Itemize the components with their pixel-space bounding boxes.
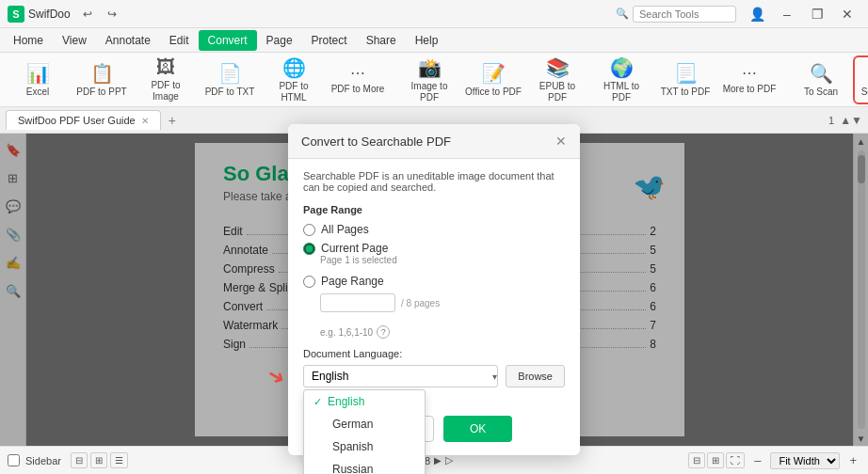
txt-icon: 📄 [218, 62, 242, 85]
lang-option-english[interactable]: ✓ English [304, 390, 425, 413]
help-icon[interactable]: ? [377, 325, 390, 339]
lang-option-german[interactable]: German [304, 413, 425, 435]
radio-current-page[interactable] [303, 243, 315, 255]
eg-hint: e.g. 1,6,1-10 ? [320, 325, 565, 339]
search-tools-icon: 🔍 [616, 8, 629, 20]
zoom-plus-btn[interactable]: + [845, 451, 860, 469]
zoom-select[interactable]: Fit Width Fit Page 50% 75% 100% 125% 150… [770, 452, 840, 469]
tool-office-to-pdf[interactable]: 📝 Office to PDF [461, 55, 525, 104]
img2pdf-icon: 📸 [418, 56, 442, 79]
lang-select-row: English German Spanish Russian French Ch… [303, 365, 565, 387]
tool-to-scan[interactable]: 🔍 To Scan [789, 55, 853, 104]
epub-icon: 📚 [546, 56, 570, 79]
view-double-btn[interactable]: ⊞ [90, 452, 107, 468]
current-page-label: Current Page [321, 242, 388, 255]
html-icon: 🌐 [282, 56, 306, 79]
close-btn[interactable]: ✕ [834, 4, 860, 24]
radio-all-pages[interactable] [303, 224, 315, 236]
menu-home[interactable]: Home [4, 30, 53, 51]
total-pages-hint: / 8 pages [401, 298, 440, 308]
radio-page-range[interactable] [303, 276, 315, 288]
scroll-down-btn[interactable]: ▼ [851, 114, 862, 127]
menu-share[interactable]: Share [357, 30, 406, 51]
tool-excel[interactable]: 📊 Excel [6, 55, 70, 104]
tab-close-btn[interactable]: ✕ [141, 116, 149, 126]
zoom-minus-btn[interactable]: – [750, 451, 764, 469]
main-area: 🔖 ⊞ 💬 📎 ✍ 🔍 So Glad to Have You Here! Pl… [0, 134, 868, 446]
menu-annotate[interactable]: Annotate [96, 30, 160, 51]
sidebar-checkbox[interactable] [8, 454, 20, 466]
status-right: ⊟ ⊞ ⛶ – Fit Width Fit Page 50% 75% 100% … [688, 451, 860, 469]
view-list-btn[interactable]: ⊞ [707, 452, 724, 468]
toolbar-undo[interactable]: ↩ [78, 6, 97, 23]
page-range-label-option: Page Range [321, 275, 384, 288]
view-scroll-btn[interactable]: ☰ [110, 452, 128, 468]
status-left: Sidebar ⊟ ⊞ ☰ [8, 452, 128, 468]
option-all-pages[interactable]: All Pages [303, 223, 565, 236]
sidebar-label: Sidebar [25, 455, 61, 466]
tool-image-to-pdf[interactable]: 📸 Image to PDF [397, 55, 461, 104]
page-range-label: Page Range [303, 204, 565, 215]
more-icon: ⋯ [350, 64, 365, 82]
tab-add-btn[interactable]: + [161, 109, 184, 132]
tool-to-searchable-pdf[interactable]: 🔎 To Searchable PDF [853, 55, 868, 104]
ok-button[interactable]: OK [443, 416, 512, 442]
menu-convert[interactable]: Convert [199, 30, 257, 51]
scroll-up-btn[interactable]: ▲ [840, 114, 851, 127]
tool-pdf-to-ppt[interactable]: 📋 PDF to PPT [70, 55, 134, 104]
menu-page[interactable]: Page [257, 30, 302, 51]
page-range-options: All Pages Current Page Page 1 is selecte… [303, 223, 565, 320]
account-icon[interactable]: 👤 [744, 4, 770, 24]
tool-pdf-to-more[interactable]: ⋯ PDF to More [326, 55, 390, 104]
minimize-btn[interactable]: – [774, 4, 800, 24]
all-pages-label: All Pages [321, 223, 369, 236]
menu-view[interactable]: View [53, 30, 96, 51]
tool-txt-to-pdf[interactable]: 📃 TXT to PDF [653, 55, 717, 104]
tool-pdf-to-html[interactable]: 🌐 PDF to HTML [262, 55, 326, 104]
convert-modal: Convert to Searchable PDF ✕ Searchable P… [288, 124, 580, 455]
view-single-btn[interactable]: ⊟ [71, 452, 88, 468]
tool-more-to-pdf[interactable]: ⋯ More to PDF [717, 55, 781, 104]
tool-html-to-pdf[interactable]: 🌍 HTML to PDF [589, 55, 653, 104]
excel-icon: 📊 [26, 62, 50, 85]
option-current-page[interactable]: Current Page [303, 242, 565, 255]
toolbar: 📊 Excel 📋 PDF to PPT 🖼 PDF to Image 📄 PD… [0, 53, 868, 107]
modal-overlay: Convert to Searchable PDF ✕ Searchable P… [0, 134, 868, 446]
toolbar-redo[interactable]: ↪ [103, 6, 121, 23]
page-next-btn[interactable]: ▷ [445, 454, 453, 466]
tool-pdf-to-txt[interactable]: 📄 PDF to TXT [198, 55, 262, 104]
tab-pdf-guide[interactable]: SwifDoo PDF User Guide ✕ [6, 110, 161, 130]
language-select[interactable]: English German Spanish Russian French Ch… [303, 365, 498, 387]
menu-edit[interactable]: Edit [160, 30, 199, 51]
ppt-icon: 📋 [90, 62, 114, 85]
view-full-btn[interactable]: ⛶ [726, 452, 745, 468]
tool-epub-to-pdf[interactable]: 📚 EPUB to PDF [525, 55, 589, 104]
doc-lang-label: Document Language: [303, 348, 565, 359]
tab-page-num: 1 [828, 115, 834, 126]
view-grid-btn[interactable]: ⊟ [688, 452, 705, 468]
check-icon: ✓ [313, 396, 322, 408]
search-tools-input[interactable] [633, 6, 736, 23]
menu-protect[interactable]: Protect [302, 30, 357, 51]
app-icon: S [8, 6, 24, 23]
title-bar: S SwifDoo ↩ ↪ 🔍 👤 – ❐ ✕ [0, 0, 868, 28]
app-name: SwifDoo [28, 8, 71, 21]
html2pdf-icon: 🌍 [610, 56, 634, 79]
tab-label: SwifDoo PDF User Guide [18, 115, 136, 126]
tool-pdf-to-image[interactable]: 🖼 PDF to Image [134, 55, 198, 104]
menu-help[interactable]: Help [406, 30, 448, 51]
modal-title: Convert to Searchable PDF [301, 134, 451, 149]
modal-header: Convert to Searchable PDF ✕ [288, 124, 580, 159]
range-input-row: / 8 pages [320, 293, 565, 312]
page-last-btn[interactable]: ▶ [434, 455, 442, 466]
modal-description: Searchable PDF is an uneditable image do… [303, 170, 565, 193]
lang-option-russian[interactable]: Russian [304, 458, 425, 474]
scan-icon: 🔍 [810, 62, 833, 85]
browse-button[interactable]: Browse [506, 365, 565, 387]
modal-close-btn[interactable]: ✕ [555, 134, 567, 149]
option-page-range[interactable]: Page Range [303, 275, 565, 288]
option-current-page-group: Current Page Page 1 is selected [303, 242, 565, 269]
lang-option-spanish[interactable]: Spanish [304, 435, 425, 458]
restore-btn[interactable]: ❐ [804, 4, 830, 24]
page-range-input[interactable] [320, 293, 395, 312]
